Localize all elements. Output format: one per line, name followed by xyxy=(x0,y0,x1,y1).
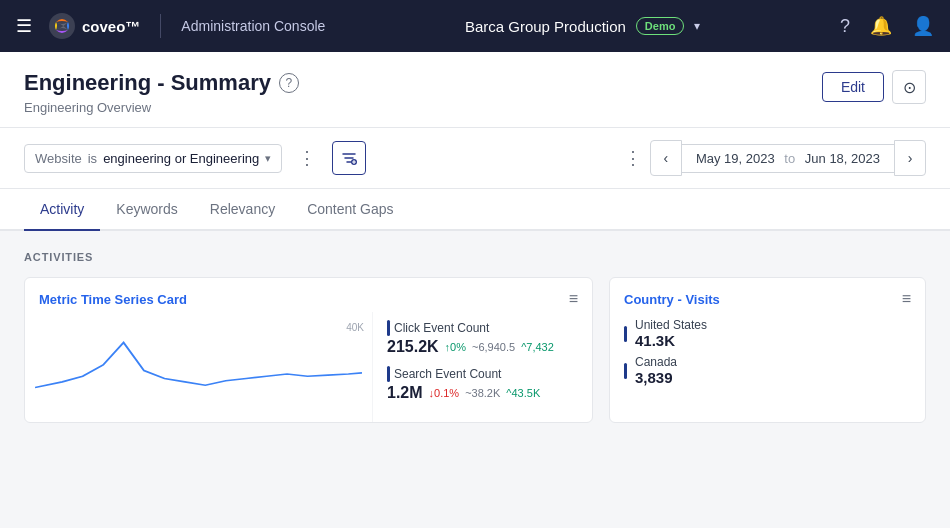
country-bar-dot-us xyxy=(624,326,627,342)
page-title-section: Engineering - Summary ? Engineering Over… xyxy=(24,70,299,127)
tabs-bar: Activity Keywords Relevancy Content Gaps xyxy=(0,189,950,231)
org-name: Barca Group Production xyxy=(465,18,626,35)
country-body: United States 41.3K Canada 3,839 xyxy=(610,312,925,394)
country-card-header: Country - Visits ≡ xyxy=(610,278,925,312)
metric-click-vals: 215.2K ↑0% ~6,940.5 ^7,432 xyxy=(387,338,578,356)
metric-search-change2: ~38.2K xyxy=(465,387,500,399)
page-header-actions: Edit ⊙ xyxy=(822,70,926,104)
filter-more-button[interactable]: ⋮ xyxy=(294,143,320,173)
metric-search-change3: ^43.5K xyxy=(506,387,540,399)
metric-card-title: Metric Time Series Card xyxy=(39,292,187,307)
metric-card-header: Metric Time Series Card ≡ xyxy=(25,278,592,312)
metric-time-series-card: Metric Time Series Card ≡ 40K Click Even… xyxy=(24,277,593,423)
metric-search-change1: ↓0.1% xyxy=(429,387,460,399)
metric-card-menu-icon[interactable]: ≡ xyxy=(569,290,578,308)
country-name-ca: Canada xyxy=(635,355,677,369)
settings-button[interactable]: ⊙ xyxy=(892,70,926,104)
tab-activity[interactable]: Activity xyxy=(24,189,100,231)
main-content: ACTIVITIES Metric Time Series Card ≡ 40K xyxy=(0,231,950,443)
filter-chip-is: is xyxy=(88,151,97,166)
metric-click-change2: ~6,940.5 xyxy=(472,341,515,353)
country-info-us: United States 41.3K xyxy=(635,318,707,349)
metric-search-vals: 1.2M ↓0.1% ~38.2K ^43.5K xyxy=(387,384,578,402)
metrics-side: Click Event Count 215.2K ↑0% ~6,940.5 ^7… xyxy=(372,312,592,422)
metric-click-event: Click Event Count 215.2K ↑0% ~6,940.5 ^7… xyxy=(387,320,578,356)
line-chart-svg xyxy=(35,320,362,410)
country-val-us: 41.3K xyxy=(635,332,707,349)
metric-bar-dot-2 xyxy=(387,366,390,382)
page-help-icon[interactable]: ? xyxy=(279,73,299,93)
coveo-logo-icon xyxy=(48,12,76,40)
top-navigation: ☰ coveo™ Administration Console Barca Gr… xyxy=(0,0,950,52)
tab-content-gaps[interactable]: Content Gaps xyxy=(291,189,409,231)
tab-keywords[interactable]: Keywords xyxy=(100,189,193,231)
edit-button[interactable]: Edit xyxy=(822,72,884,102)
nav-center: Barca Group Production Demo ▾ xyxy=(337,17,828,35)
help-icon[interactable]: ? xyxy=(840,16,850,37)
page-subtitle: Engineering Overview xyxy=(24,100,299,127)
filter-bar-right: ⋮ ‹ May 19, 2023 to Jun 18, 2023 › xyxy=(624,140,926,176)
tab-relevancy[interactable]: Relevancy xyxy=(194,189,291,231)
filter-chip-value: engineering or Engineering xyxy=(103,151,259,166)
metric-bar-dot-1 xyxy=(387,320,390,336)
activities-section-label: ACTIVITIES xyxy=(24,251,926,263)
filter-chip-website[interactable]: Website is engineering or Engineering ▾ xyxy=(24,144,282,173)
menu-icon[interactable]: ☰ xyxy=(16,15,32,37)
metric-search-value: 1.2M xyxy=(387,384,423,402)
country-val-ca: 3,839 xyxy=(635,369,677,386)
date-range-sep: to xyxy=(784,151,795,166)
user-icon[interactable]: 👤 xyxy=(912,15,934,37)
country-bar-dot-ca xyxy=(624,363,627,379)
page-header: Engineering - Summary ? Engineering Over… xyxy=(0,52,950,128)
filter-chip-label: Website xyxy=(35,151,82,166)
country-visits-card: Country - Visits ≡ United States 41.3K C… xyxy=(609,277,926,423)
add-filter-button[interactable] xyxy=(332,141,366,175)
cards-row: Metric Time Series Card ≡ 40K Click Even… xyxy=(24,277,926,423)
svg-point-0 xyxy=(49,13,75,39)
date-prev-button[interactable]: ‹ xyxy=(650,140,682,176)
notifications-icon[interactable]: 🔔 xyxy=(870,15,892,37)
country-row-us: United States 41.3K xyxy=(624,318,911,349)
date-start: May 19, 2023 xyxy=(696,151,775,166)
logo-text: coveo™ xyxy=(82,18,140,35)
page-title-row: Engineering - Summary ? xyxy=(24,70,299,96)
chart-y-label: 40K xyxy=(346,322,364,333)
demo-badge: Demo xyxy=(636,17,685,35)
metric-search-event: Search Event Count 1.2M ↓0.1% ~38.2K ^43… xyxy=(387,366,578,402)
date-end: Jun 18, 2023 xyxy=(805,151,880,166)
nav-divider xyxy=(160,14,161,38)
add-filter-icon xyxy=(341,150,357,166)
date-navigator: ‹ May 19, 2023 to Jun 18, 2023 › xyxy=(650,140,926,176)
metric-card-body: 40K Click Event Count 215.2K xyxy=(25,312,592,422)
nav-actions: ? 🔔 👤 xyxy=(840,15,934,37)
logo: coveo™ xyxy=(48,12,140,40)
country-row-ca: Canada 3,839 xyxy=(624,355,911,386)
org-dropdown-icon[interactable]: ▾ xyxy=(694,19,700,33)
country-name-us: United States xyxy=(635,318,707,332)
metric-click-change1: ↑0% xyxy=(445,341,466,353)
country-card-menu-icon[interactable]: ≡ xyxy=(902,290,911,308)
country-info-ca: Canada 3,839 xyxy=(635,355,677,386)
app-title: Administration Console xyxy=(181,18,325,34)
metric-click-value: 215.2K xyxy=(387,338,439,356)
date-next-button[interactable]: › xyxy=(894,140,926,176)
page-header-top: Engineering - Summary ? Engineering Over… xyxy=(24,70,926,127)
metric-search-name: Search Event Count xyxy=(387,366,578,382)
filter-right-more-button[interactable]: ⋮ xyxy=(624,147,642,169)
country-card-title: Country - Visits xyxy=(624,292,720,307)
metric-click-change3: ^7,432 xyxy=(521,341,554,353)
date-range-display: May 19, 2023 to Jun 18, 2023 xyxy=(682,144,894,173)
chart-area: 40K xyxy=(25,312,372,422)
metric-click-name: Click Event Count xyxy=(387,320,578,336)
filter-chip-chevron-icon[interactable]: ▾ xyxy=(265,152,271,165)
page-title: Engineering - Summary xyxy=(24,70,271,96)
filter-bar: Website is engineering or Engineering ▾ … xyxy=(0,128,950,189)
